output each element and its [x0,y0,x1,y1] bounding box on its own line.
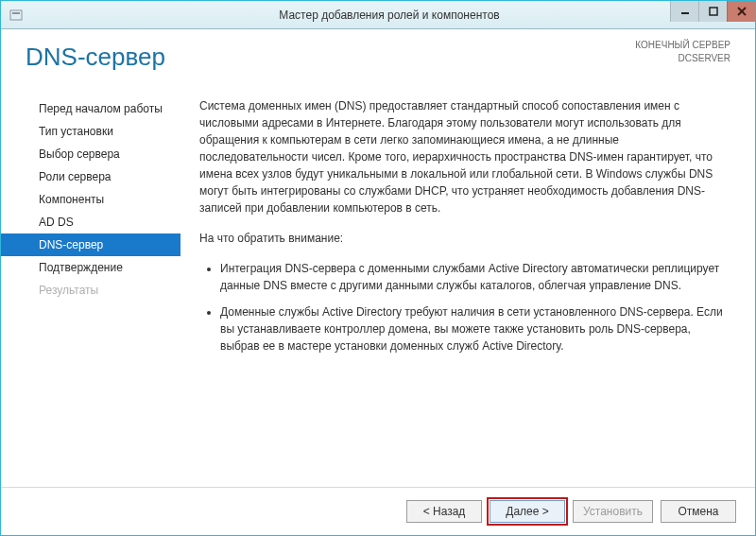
step-results: Результаты [1,279,180,302]
step-install-type[interactable]: Тип установки [1,120,180,143]
notes-list: Интеграция DNS-сервера с доменными служб… [199,260,727,354]
step-label: Роли сервера [39,170,112,183]
header: DNS-сервер КОНЕЧНЫЙ СЕРВЕР DCSERVER [1,29,755,90]
step-label: Перед началом работы [39,102,163,115]
destination-server: DCSERVER [635,52,730,65]
step-label: Компоненты [39,193,104,206]
next-button[interactable]: Далее > [490,500,565,523]
maximize-button[interactable] [698,1,727,22]
close-button[interactable] [727,1,755,22]
step-label: DNS-сервер [39,238,103,251]
list-item: Доменные службы Active Directory требуют… [220,303,727,354]
window-title: Мастер добавления ролей и компонентов [24,9,755,22]
titlebar: Мастер добавления ролей и компонентов [1,1,755,29]
step-label: Тип установки [39,125,113,138]
footer: < Назад Далее > Установить Отмена [1,487,755,534]
back-button[interactable]: < Назад [406,500,482,523]
svg-rect-0 [10,10,22,20]
app-icon [9,8,24,23]
step-dns-server[interactable]: DNS-сервер [1,233,180,256]
window-controls [670,1,755,22]
body: Перед началом работы Тип установки Выбор… [1,90,755,487]
step-before-you-begin[interactable]: Перед началом работы [1,97,180,120]
svg-rect-3 [710,8,717,15]
step-server-selection[interactable]: Выбор сервера [1,143,180,165]
steps-nav: Перед началом работы Тип установки Выбор… [1,90,180,487]
step-label: Выбор сервера [39,147,120,161]
svg-rect-1 [12,12,20,14]
list-item: Интеграция DNS-сервера с доменными служб… [220,260,727,294]
step-server-roles[interactable]: Роли сервера [1,165,180,188]
step-label: Результаты [39,284,98,297]
step-label: Подтверждение [39,261,123,274]
minimize-button[interactable] [670,1,698,22]
intro-text: Система доменных имен (DNS) предоставляе… [199,97,727,216]
step-confirmation[interactable]: Подтверждение [1,256,180,279]
content-pane: Система доменных имен (DNS) предоставляе… [180,90,755,487]
destination-info: КОНЕЧНЫЙ СЕРВЕР DCSERVER [635,39,730,65]
step-label: AD DS [39,216,74,229]
step-adds[interactable]: AD DS [1,211,180,233]
page-title: DNS-сервер [26,43,165,72]
note-heading: На что обратить внимание: [199,230,727,247]
cancel-button[interactable]: Отмена [661,500,736,523]
destination-label: КОНЕЧНЫЙ СЕРВЕР [635,39,730,52]
step-features[interactable]: Компоненты [1,188,180,211]
install-button: Установить [573,500,653,523]
